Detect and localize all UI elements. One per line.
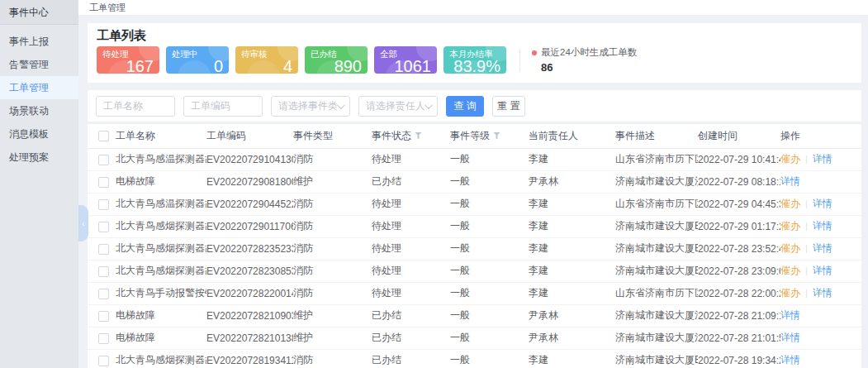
table-row: 北大青鸟感烟探测器故障 EV20220728193411643 消防 已办结 一… [88,349,861,368]
row-checkbox[interactable] [98,333,109,344]
owner-select[interactable]: 请选择责任人 [358,96,438,117]
detail-action-link[interactable]: 详情 [780,332,800,343]
stat-value: 83.9% [443,59,506,74]
cell-owner: 李建 [529,260,615,282]
search-button[interactable]: 查 询 [446,96,484,117]
row-checkbox[interactable] [98,311,109,322]
detail-action-link[interactable]: 详情 [813,198,832,209]
cell-status: 待处理 [372,193,450,215]
row-checkbox[interactable] [98,155,109,165]
cell-owner: 李建 [529,349,615,368]
cell-owner: 尹承林 [529,170,615,193]
cell-owner: 李建 [529,193,615,215]
page-title: 工单列表 [97,27,852,43]
row-checkbox[interactable] [98,266,109,277]
sidebar-item-3[interactable]: 工单管理 [0,76,78,99]
recent-24h-value: 86 [532,61,637,74]
cell-name: 北大青鸟感温探测器故障 [116,148,206,170]
cell-level: 一般 [450,349,529,368]
cell-desc: 济南城市建设大厦B3车... [615,349,698,368]
filter-icon[interactable] [415,132,422,139]
cell-desc: 济南城市建设大厦B3车... [615,237,698,260]
reset-button[interactable]: 重 置 [492,96,525,117]
urge-action-link[interactable]: 催办 [780,242,800,254]
cell-code: EV20220729081800961 [206,170,293,193]
row-checkbox[interactable] [98,289,109,299]
cell-name: 北大青鸟感烟探测器故障 [116,260,206,282]
sidebar-item-5[interactable]: 消息模板 [0,122,78,146]
cell-name: 电梯故障 [116,170,206,193]
cell-name: 北大青鸟感温探测器故障 [116,193,206,215]
detail-action-link[interactable]: 详情 [780,309,800,321]
cell-status: 已办结 [372,327,450,349]
cell-actions: 催办|详情 [780,193,861,215]
cell-actions: 详情 [780,304,861,327]
sidebar-item-6[interactable]: 处理预案 [0,146,78,169]
cell-time: 2022-07-29 10:41:45 [698,148,780,170]
row-checkbox[interactable] [98,222,109,232]
row-checkbox[interactable] [98,356,109,366]
cell-name: 北大青鸟感烟探测器故障 [116,237,206,260]
row-checkbox[interactable] [98,199,109,210]
detail-action-link[interactable]: 详情 [813,242,832,254]
urge-action-link[interactable]: 催办 [780,265,800,276]
cell-owner: 李建 [529,282,615,304]
detail-action-link[interactable]: 详情 [780,175,800,187]
cell-actions: 催办|详情 [780,282,861,304]
cell-actions: 催办|详情 [780,260,861,282]
urge-action-link[interactable]: 催办 [780,287,800,299]
col-order-code: 工单编码 [206,124,293,148]
select-all-checkbox[interactable] [98,131,109,141]
cell-name: 电梯故障 [116,304,206,327]
filter-bar: 请选择事件类型 请选择责任人 查 询 重 置 [88,90,861,122]
order-name-input[interactable] [96,96,175,117]
sidebar-item-2[interactable]: 告警管理 [0,53,78,76]
stat-label: 待审核 [235,46,298,59]
sidebar-header: 事件中心 [0,0,78,25]
recent-24h-block: 最近24小时生成工单数 86 [532,46,637,74]
action-divider: | [805,288,808,298]
detail-action-link[interactable]: 详情 [780,354,800,366]
action-divider: | [805,265,808,275]
content: 工单列表 待处理 167 处理中 0 待审核 4 已办结 890 全部 1061… [78,15,868,368]
cell-code: EV20220729011706036 [206,215,293,237]
col-event-level: 事件等级 [450,124,529,148]
detail-action-link[interactable]: 详情 [813,265,832,276]
cell-time: 2022-07-29 04:45:36 [698,193,780,215]
col-order-name: 工单名称 [116,124,206,148]
cell-status: 待处理 [372,282,450,304]
table-row: 北大青鸟感温探测器故障 EV20220729044522068 消防 待处理 一… [88,193,861,215]
urge-action-link[interactable]: 催办 [780,198,800,209]
detail-action-link[interactable]: 详情 [813,220,832,232]
sidebar-item-4[interactable]: 场景联动 [0,99,78,122]
stat-value: 167 [97,59,159,74]
cell-name: 北大青鸟感烟探测器故障 [116,215,206,237]
cell-name: 北大青鸟感烟探测器故障 [116,349,206,368]
cell-owner: 李建 [529,237,615,260]
cell-code: EV20220728193411643 [206,349,293,368]
urge-action-link[interactable]: 催办 [780,153,800,165]
sidebar-item-1[interactable]: 事件上报 [0,30,78,53]
detail-action-link[interactable]: 详情 [813,153,832,165]
row-checkbox[interactable] [98,244,109,255]
cell-owner: 李建 [529,215,615,237]
cell-type: 消防 [293,215,372,237]
event-type-select[interactable]: 请选择事件类型 [271,96,350,117]
chevron-down-icon [425,101,433,109]
cell-actions: 催办|详情 [780,215,861,237]
event-type-placeholder: 请选择事件类型 [278,99,337,113]
cell-desc: 济南城市建设大厦B3车... [615,260,698,282]
order-code-input[interactable] [183,96,263,117]
cell-type: 消防 [293,237,372,260]
sidebar-collapse-button[interactable]: ‹ [78,205,88,241]
row-checkbox[interactable] [98,177,109,188]
filter-icon[interactable] [493,132,500,139]
cell-desc: 济南城市建设大厦消防梯... [615,327,698,349]
stat-card: 本月办结率 83.9% [443,46,506,74]
cell-level: 一般 [450,148,529,170]
urge-action-link[interactable]: 催办 [780,220,800,232]
cell-status: 待处理 [372,215,450,237]
cell-time: 2022-07-29 01:17:20 [698,215,780,237]
detail-action-link[interactable]: 详情 [813,287,832,299]
cell-name: 电梯故障 [116,327,206,349]
